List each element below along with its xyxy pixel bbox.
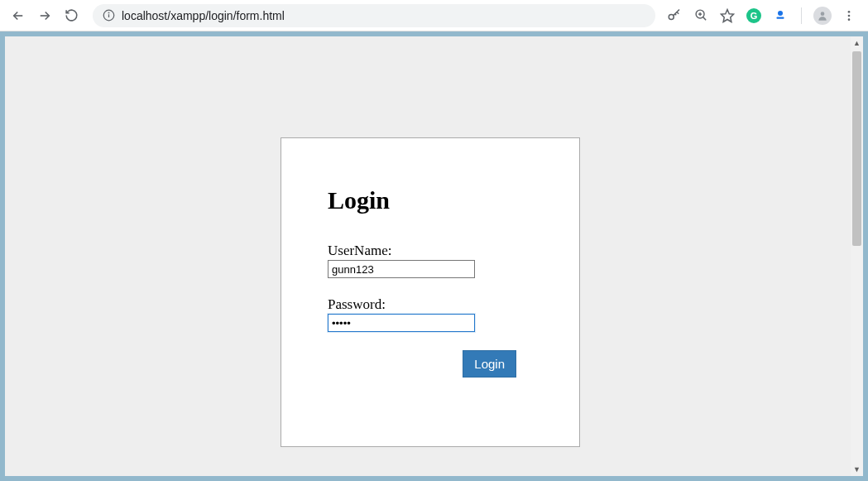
- svg-point-3: [669, 14, 674, 19]
- login-card: Login UserName: Password: Login: [281, 137, 580, 447]
- page-title: Login: [328, 186, 533, 214]
- svg-point-11: [821, 12, 825, 16]
- password-key-icon[interactable]: [665, 7, 683, 25]
- svg-line-5: [703, 17, 706, 21]
- browser-toolbar: localhost/xampp/login/form.html G: [0, 0, 868, 31]
- username-input[interactable]: [328, 260, 475, 278]
- username-label: UserName:: [328, 243, 533, 259]
- zoom-icon[interactable]: [692, 7, 710, 25]
- arrow-right-icon: [37, 8, 52, 23]
- reload-icon: [65, 8, 79, 22]
- password-input[interactable]: [328, 314, 475, 332]
- menu-button[interactable]: [840, 7, 858, 25]
- svg-point-2: [108, 12, 109, 13]
- url-text: localhost/xampp/login/form.html: [122, 9, 285, 22]
- svg-point-9: [778, 11, 783, 16]
- extension-grammarly-icon[interactable]: G: [745, 7, 763, 25]
- toolbar-actions: G: [665, 7, 861, 25]
- password-label: Password:: [328, 296, 533, 313]
- svg-point-14: [848, 18, 851, 21]
- profile-avatar[interactable]: [813, 7, 832, 25]
- extension-blue-icon[interactable]: [771, 7, 789, 25]
- svg-point-13: [848, 14, 851, 17]
- kebab-menu-icon: [842, 9, 856, 22]
- browser-viewport: Login UserName: Password: Login ▲ ▼: [0, 31, 868, 481]
- scroll-up-arrow[interactable]: ▲: [851, 36, 863, 50]
- reload-button[interactable]: [60, 4, 83, 27]
- password-group: Password:: [328, 296, 533, 332]
- username-group: UserName:: [328, 243, 533, 278]
- svg-marker-8: [722, 9, 734, 22]
- forward-button[interactable]: [33, 4, 56, 27]
- page-body: Login UserName: Password: Login ▲ ▼: [5, 36, 863, 476]
- toolbar-divider: [801, 7, 802, 24]
- avatar-icon: [817, 10, 828, 22]
- address-bar[interactable]: localhost/xampp/login/form.html: [93, 4, 655, 27]
- arrow-left-icon: [11, 8, 26, 23]
- bookmark-star-icon[interactable]: [718, 7, 736, 25]
- login-button[interactable]: Login: [463, 350, 516, 378]
- scrollbar-thumb[interactable]: [852, 51, 861, 246]
- info-icon: [103, 9, 115, 22]
- scroll-down-arrow[interactable]: ▼: [851, 463, 863, 476]
- back-button[interactable]: [7, 4, 30, 27]
- vertical-scrollbar[interactable]: ▲ ▼: [851, 36, 863, 476]
- svg-point-12: [848, 11, 851, 13]
- svg-rect-10: [777, 17, 784, 18]
- submit-row: Login: [328, 350, 533, 378]
